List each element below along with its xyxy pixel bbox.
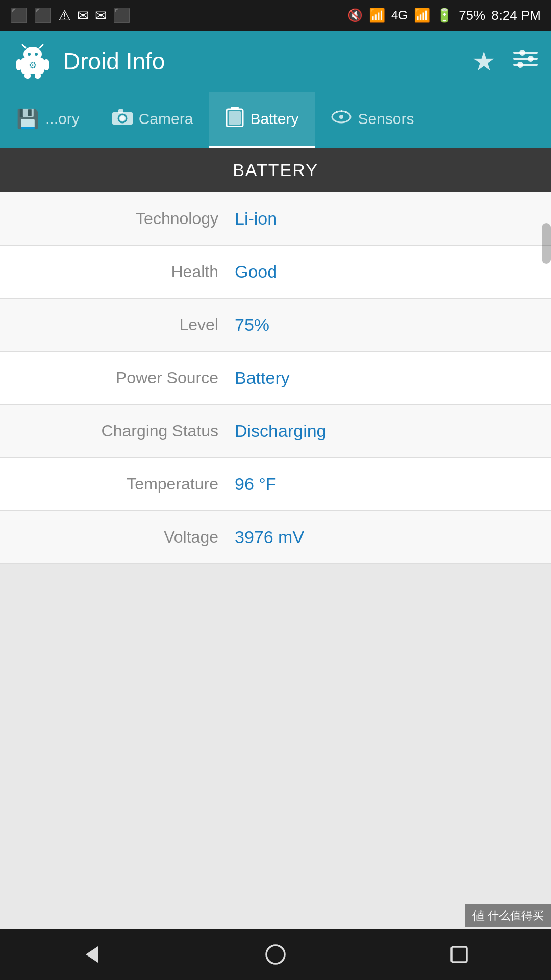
droid-logo-icon: ⚙ [14,43,51,80]
tab-sensors-label: Sensors [358,110,414,128]
level-row: Level 75% [0,299,551,352]
svg-point-14 [528,56,534,62]
power-source-row: Power Source Battery [0,352,551,405]
status-bar-left: ⬛ ⬛ ⚠ ✉ ✉ ⬛ [10,7,131,24]
level-label: Level [20,315,235,334]
svg-marker-29 [86,946,98,963]
power-source-value: Battery [235,368,290,388]
section-header-text: BATTERY [233,160,318,180]
svg-point-4 [28,53,31,56]
gallery-icon: ⬛ [34,7,52,24]
voltage-row: Voltage 3976 mV [0,511,551,564]
favorite-button[interactable]: ★ [472,46,496,77]
health-row: Health Good [0,246,551,299]
email-icon: ✉ [77,7,89,24]
watermark-icon: 値 [472,908,485,924]
svg-rect-23 [229,111,241,125]
tab-camera[interactable]: Camera [96,92,210,148]
time-display: 8:24 PM [491,8,541,23]
charging-status-label: Charging Status [20,422,235,440]
technology-value: Li-ion [235,209,277,229]
svg-point-30 [266,945,285,964]
app-logo: ⚙ [12,41,53,82]
recent-button[interactable] [434,937,485,972]
svg-rect-8 [24,72,31,79]
battery-icon: 🔋 [436,8,453,23]
svg-line-3 [40,45,43,48]
level-value: 75% [235,315,269,335]
back-button[interactable] [66,937,117,972]
content-area: Technology Li-ion Health Good Level 75% … [0,192,551,929]
main-wrapper: ⚙ Droid Info ★ 💾 ...ory [0,31,551,929]
tab-battery-label: Battery [250,110,298,128]
temperature-label: Temperature [20,475,235,494]
bb-message-icon: ⬛ [10,7,28,24]
svg-rect-9 [35,72,41,79]
bottom-nav [0,929,551,980]
tab-battery[interactable]: Battery [209,92,315,148]
home-button[interactable] [250,937,301,972]
status-bar-right: 🔇 📶 4G 📶 🔋 75% 8:24 PM [347,8,541,23]
health-label: Health [20,262,235,281]
svg-rect-31 [452,947,467,962]
scroll-indicator [542,223,551,264]
watermark-text: 什么值得买 [488,908,544,923]
svg-point-12 [519,50,525,56]
svg-point-25 [339,115,343,119]
svg-rect-19 [118,109,123,113]
tab-bar: 💾 ...ory Camera Batt [0,92,551,148]
technology-row: Technology Li-ion [0,192,551,246]
svg-point-20 [120,116,125,121]
tab-memory[interactable]: 💾 ...ory [0,92,96,148]
memory-tab-icon: 💾 [16,108,39,130]
svg-line-2 [22,45,26,48]
svg-rect-7 [44,59,49,70]
empty-content-area [0,564,551,929]
watermark: 値 什么值得买 [465,904,551,927]
tab-camera-label: Camera [139,110,193,128]
sensors-tab-icon [331,108,352,130]
app-title: Droid Info [63,47,462,75]
svg-rect-6 [16,59,21,70]
svg-point-16 [517,62,523,68]
charging-status-row: Charging Status Discharging [0,405,551,458]
tab-sensors[interactable]: Sensors [315,92,430,148]
svg-text:⚙: ⚙ [29,60,37,70]
svg-point-5 [35,53,38,56]
section-header: BATTERY [0,148,551,192]
battery-tab-icon [226,107,244,132]
settings-button[interactable] [512,45,539,78]
charging-status-value: Discharging [235,421,327,441]
power-source-label: Power Source [20,369,235,387]
technology-label: Technology [20,209,235,228]
temperature-row: Temperature 96 °F [0,458,551,511]
camera-tab-icon [112,108,133,130]
share-icon: ⬛ [113,7,131,24]
signal-icon: 📶 [414,8,430,23]
mute-icon: 🔇 [347,8,363,22]
wifi-icon: 📶 [369,8,385,23]
app-bar-actions: ★ [472,45,539,78]
temperature-value: 96 °F [235,474,277,494]
battery-percent: 75% [459,8,485,23]
app-bar: ⚙ Droid Info ★ [0,31,551,92]
voltage-value: 3976 mV [235,527,304,547]
health-value: Good [235,262,277,282]
warning-icon: ⚠ [58,7,71,24]
tab-memory-label: ...ory [45,110,80,128]
email2-icon: ✉ [95,7,107,24]
voltage-label: Voltage [20,528,235,547]
status-bar: ⬛ ⬛ ⚠ ✉ ✉ ⬛ 🔇 📶 4G 📶 🔋 75% 8:24 PM [0,0,551,31]
svg-point-1 [23,47,42,61]
network-type: 4G [391,8,408,22]
